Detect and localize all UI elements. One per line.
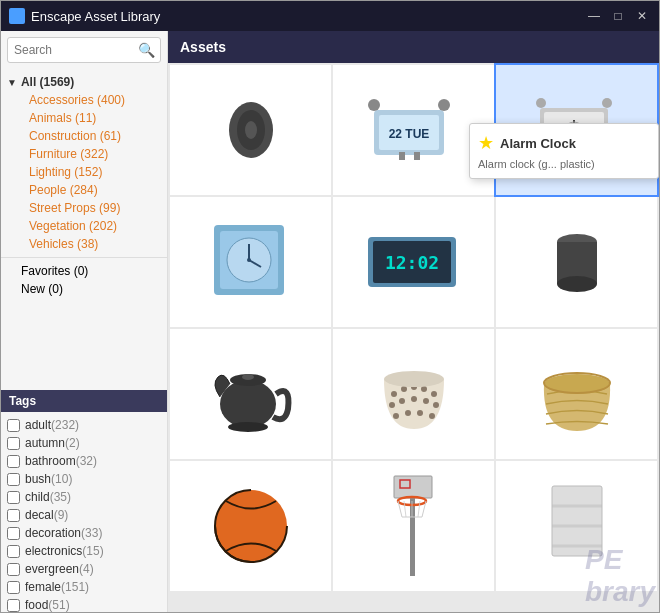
- sidebar-item-construction[interactable]: Construction (61): [1, 127, 167, 145]
- asset-cell-wall-clock[interactable]: [170, 197, 331, 327]
- svg-rect-9: [414, 152, 420, 160]
- right-panel: Assets ★ Alarm Clock Alarm clock (g... p…: [168, 31, 659, 612]
- people-label: People (284): [29, 183, 98, 197]
- svg-point-36: [421, 386, 427, 392]
- tag-evergreen[interactable]: evergreen (4): [7, 560, 161, 578]
- tag-decal[interactable]: decal (9): [7, 506, 161, 524]
- tag-female[interactable]: female (151): [7, 578, 161, 596]
- vehicles-label: Vehicles (38): [29, 237, 98, 251]
- asset-cell-basket-dots[interactable]: [333, 329, 494, 459]
- svg-point-6: [368, 99, 380, 111]
- main-content: 🔍 ▼ All (1569) Accessories (400) Animals…: [1, 31, 659, 612]
- tag-evergreen-checkbox[interactable]: [7, 563, 20, 576]
- svg-point-22: [247, 258, 251, 262]
- asset-cell-basket-wicker[interactable]: [496, 329, 657, 459]
- svg-point-42: [433, 402, 439, 408]
- all-label: All (1569): [21, 75, 74, 89]
- svg-point-28: [557, 276, 597, 292]
- basketball-icon: [206, 481, 296, 571]
- asset-cell-roll[interactable]: [170, 65, 331, 195]
- tag-autumn[interactable]: autumn (2): [7, 434, 161, 452]
- furniture-label: Furniture (322): [29, 147, 108, 161]
- tag-decoration[interactable]: decoration (33): [7, 524, 161, 542]
- svg-point-40: [411, 396, 417, 402]
- tag-bathroom-checkbox[interactable]: [7, 455, 20, 468]
- accessories-label: Accessories (400): [29, 93, 125, 107]
- tag-child-checkbox[interactable]: [7, 491, 20, 504]
- titlebar: Enscape Asset Library — □ ✕: [1, 1, 659, 31]
- tag-female-checkbox[interactable]: [7, 581, 20, 594]
- tags-header: Tags: [1, 390, 167, 412]
- app-icon: [9, 8, 25, 24]
- roll-icon: [211, 90, 291, 170]
- sidebar-item-favorites[interactable]: Favorites (0): [1, 262, 167, 280]
- teapot-icon: [206, 349, 296, 439]
- sidebar-item-people[interactable]: People (284): [1, 181, 167, 199]
- assets-title: Assets: [180, 39, 226, 55]
- asset-cell-teapot[interactable]: [170, 329, 331, 459]
- svg-text:12:02: 12:02: [384, 252, 438, 273]
- titlebar-title: Enscape Asset Library: [31, 9, 585, 24]
- sidebar-item-vegetation[interactable]: Vegetation (202): [1, 217, 167, 235]
- svg-point-41: [423, 398, 429, 404]
- tag-food[interactable]: food (51): [7, 596, 161, 612]
- expand-arrow: ▼: [7, 77, 17, 88]
- basketball-hoop-icon: [374, 471, 454, 581]
- construction-label: Construction (61): [29, 129, 121, 143]
- sidebar-item-street-props[interactable]: Street Props (99): [1, 199, 167, 217]
- sidebar: 🔍 ▼ All (1569) Accessories (400) Animals…: [1, 31, 168, 612]
- asset-cell-cylinder[interactable]: [496, 197, 657, 327]
- tag-bush-checkbox[interactable]: [7, 473, 20, 486]
- tag-bush[interactable]: bush (10): [7, 470, 161, 488]
- minimize-button[interactable]: —: [585, 7, 603, 25]
- svg-rect-8: [399, 152, 405, 160]
- main-window: Enscape Asset Library — □ ✕ 🔍 ▼ All (156…: [0, 0, 660, 613]
- basket-dots-icon: [374, 349, 454, 439]
- tag-food-checkbox[interactable]: [7, 599, 20, 612]
- close-button[interactable]: ✕: [633, 7, 651, 25]
- svg-text:22 TUE: 22 TUE: [388, 127, 429, 141]
- asset-cell-hoop[interactable]: [333, 461, 494, 591]
- sidebar-item-vehicles[interactable]: Vehicles (38): [1, 235, 167, 253]
- vegetation-label: Vegetation (202): [29, 219, 117, 233]
- asset-tooltip: ★ Alarm Clock Alarm clock (g... plastic): [469, 123, 659, 179]
- assets-header: Assets: [168, 31, 659, 63]
- wall-clock-icon: [206, 217, 296, 307]
- basket-wicker-icon: [532, 349, 622, 439]
- sidebar-item-new[interactable]: New (0): [1, 280, 167, 298]
- tag-child[interactable]: child (35): [7, 488, 161, 506]
- search-box: 🔍: [7, 37, 161, 63]
- tag-adult-checkbox[interactable]: [7, 419, 20, 432]
- tag-electronics[interactable]: electronics (15): [7, 542, 161, 560]
- tag-bathroom[interactable]: bathroom (32): [7, 452, 161, 470]
- maximize-button[interactable]: □: [609, 7, 627, 25]
- svg-point-15: [536, 98, 546, 108]
- sidebar-item-furniture[interactable]: Furniture (322): [1, 145, 167, 163]
- tag-autumn-checkbox[interactable]: [7, 437, 20, 450]
- svg-point-39: [399, 398, 405, 404]
- svg-point-45: [417, 410, 423, 416]
- svg-point-16: [602, 98, 612, 108]
- svg-point-37: [431, 391, 437, 397]
- titlebar-buttons: — □ ✕: [585, 7, 651, 25]
- tag-adult[interactable]: adult (232): [7, 416, 161, 434]
- assets-grid-container: ★ Alarm Clock Alarm clock (g... plastic): [168, 63, 659, 612]
- tag-electronics-checkbox[interactable]: [7, 545, 20, 558]
- all-category[interactable]: ▼ All (1569): [1, 73, 167, 91]
- sidebar-item-lighting[interactable]: Lighting (152): [1, 163, 167, 181]
- sidebar-item-accessories[interactable]: Accessories (400): [1, 91, 167, 109]
- search-input[interactable]: [7, 37, 161, 63]
- tag-decal-checkbox[interactable]: [7, 509, 20, 522]
- svg-point-2: [245, 121, 257, 139]
- tags-list: adult (232) autumn (2) bathroom (32): [1, 412, 167, 612]
- sidebar-item-animals[interactable]: Animals (11): [1, 109, 167, 127]
- digital-clock-icon: 12:02: [364, 227, 464, 297]
- cylinder-icon: [542, 222, 612, 302]
- category-tree: ▼ All (1569) Accessories (400) Animals (…: [1, 69, 167, 390]
- asset-cell-digital-clock[interactable]: 12:02: [333, 197, 494, 327]
- new-label: New (0): [21, 282, 63, 296]
- asset-cell-basketball[interactable]: [170, 461, 331, 591]
- svg-point-46: [429, 413, 435, 419]
- star-icon[interactable]: ★: [478, 132, 494, 154]
- tag-decoration-checkbox[interactable]: [7, 527, 20, 540]
